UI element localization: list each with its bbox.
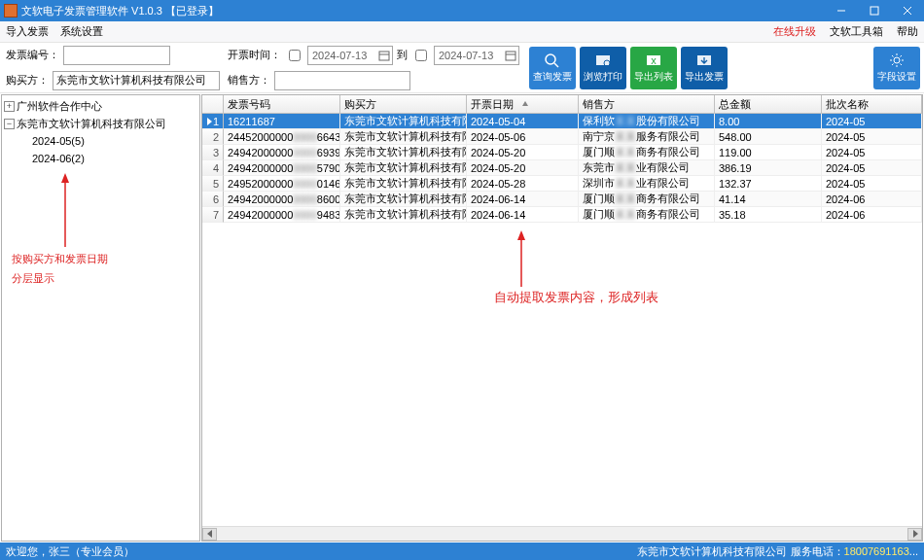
tree-label: 广州软件合作中心 (17, 99, 102, 114)
svg-rect-4 (379, 52, 389, 60)
tree-node-child2[interactable]: 2024-06(2) (4, 150, 197, 167)
date-label: 开票时间： (228, 48, 281, 62)
tree-panel: + 广州软件合作中心 − 东莞市文软计算机科技有限公司 2024-05(5) 2… (1, 94, 200, 542)
close-button[interactable] (891, 0, 924, 21)
tree-node-root1[interactable]: + 广州软件合作中心 (4, 97, 197, 115)
expand-icon[interactable]: + (4, 101, 15, 112)
table-row[interactable]: 724942000000000094834东莞市文软计算机科技有限公司2024-… (202, 207, 922, 223)
maximize-button[interactable] (858, 0, 891, 21)
collapse-icon[interactable]: − (4, 119, 15, 129)
col-seller[interactable]: 销售方 (579, 95, 715, 113)
menu-toolbox[interactable]: 文软工具箱 (830, 24, 883, 39)
tree-label: 2024-06(2) (32, 153, 85, 164)
minimize-button[interactable] (825, 0, 858, 21)
annotation-arrow-icon (512, 230, 531, 289)
grid-body[interactable]: 116211687东莞市文软计算机科技有限公司2024-05-04保利软某某股份… (202, 114, 922, 526)
table-row[interactable]: 424942000000000057905东莞市文软计算机科技有限公司2024-… (202, 160, 922, 176)
svg-line-21 (901, 64, 903, 66)
tree-label: 2024-05(5) (32, 135, 85, 147)
date-to-checkbox[interactable] (415, 50, 427, 61)
svg-line-9 (554, 63, 558, 67)
phone-text: 18007691163 (844, 545, 909, 557)
invoice-no-input[interactable] (63, 46, 170, 65)
svg-rect-6 (506, 52, 515, 60)
body: + 广州软件合作中心 − 东莞市文软计算机科技有限公司 2024-05(5) 2… (0, 93, 924, 542)
date-from-field[interactable] (307, 46, 393, 65)
invoice-no-label: 发票编号： (6, 48, 59, 62)
svg-point-15 (894, 57, 900, 63)
date-to-label: 到 (397, 48, 408, 62)
col-invoice-no[interactable]: 发票号码 (224, 95, 340, 113)
menu-bar: 导入发票 系统设置 在线升级 文软工具箱 帮助 (0, 21, 924, 43)
menu-settings[interactable]: 系统设置 (60, 24, 103, 39)
svg-line-23 (892, 64, 894, 66)
calendar-icon (505, 50, 516, 61)
phone-ext: ... (909, 545, 918, 557)
svg-marker-25 (61, 173, 69, 183)
excel-icon: x (645, 52, 662, 68)
svg-line-22 (901, 55, 903, 57)
search-button[interactable]: 查询发票 (529, 47, 576, 89)
col-date[interactable]: 开票日期 (467, 95, 579, 113)
date-from-input[interactable] (310, 48, 376, 63)
scroll-right-button[interactable] (907, 528, 922, 541)
menu-upgrade[interactable]: 在线升级 (773, 24, 816, 39)
menu-import[interactable]: 导入发票 (6, 24, 49, 39)
buyer-label[interactable]: 购买方： (6, 73, 49, 88)
tree-node-child1[interactable]: 2024-05(5) (4, 132, 197, 150)
row-number-header[interactable] (202, 95, 224, 113)
table-row[interactable]: 524952000000000001467东莞市文软计算机科技有限公司2024-… (202, 176, 922, 192)
tree-node-root2[interactable]: − 东莞市文软计算机科技有限公司 (4, 115, 197, 132)
window-title: 文软电子发票管理软件 V1.0.3 【已登录】 (21, 4, 219, 18)
col-batch[interactable]: 批次名称 (822, 95, 922, 113)
search-icon (544, 52, 561, 68)
tree-label: 东莞市文软计算机科技有限公司 (17, 117, 166, 131)
date-to-field[interactable] (434, 46, 519, 65)
sort-asc-icon (521, 100, 529, 108)
date-from-checkbox[interactable] (289, 50, 301, 61)
tree-annotation: 按购买方和发票日期 分层显示 (12, 249, 108, 287)
company-text: 东莞市文软计算机科技有限公司 服务电话： (637, 544, 843, 559)
field-settings-button[interactable]: 字段设置 (873, 47, 920, 89)
scroll-left-button[interactable] (202, 528, 217, 541)
grid-header: 发票号码 购买方 开票日期 销售方 总金额 批次名称 (202, 95, 922, 114)
table-row[interactable]: 324942000000000069398东莞市文软计算机科技有限公司2024-… (202, 145, 922, 160)
table-row[interactable]: 116211687东莞市文软计算机科技有限公司2024-05-04保利软某某股份… (202, 114, 922, 129)
horizontal-scrollbar[interactable] (202, 526, 922, 541)
welcome-text: 欢迎您，张三（专业会员） (6, 544, 134, 559)
preview-icon (594, 52, 612, 68)
app-icon (4, 4, 18, 18)
svg-marker-30 (913, 530, 918, 538)
svg-text:x: x (651, 54, 657, 66)
col-amount[interactable]: 总金额 (715, 95, 822, 113)
title-bar: 文软电子发票管理软件 V1.0.3 【已登录】 (0, 0, 924, 21)
svg-marker-29 (207, 530, 212, 538)
menu-help[interactable]: 帮助 (897, 24, 918, 39)
grid-annotation: 自动提取发票内容，形成列表 (494, 289, 658, 306)
svg-marker-28 (517, 230, 525, 240)
buyer-input[interactable] (53, 71, 220, 90)
toolbar: 发票编号： 购买方： 开票时间： 到 销售方： (0, 43, 924, 93)
calendar-icon (378, 50, 390, 61)
status-bar: 欢迎您，张三（专业会员） 东莞市文软计算机科技有限公司 服务电话： 180076… (0, 542, 924, 560)
svg-line-20 (892, 55, 894, 57)
export-icon (695, 52, 713, 68)
preview-print-button[interactable]: 浏览打印 (580, 47, 626, 89)
gear-icon (888, 52, 906, 68)
grid-panel: 发票号码 购买方 开票日期 销售方 总金额 批次名称 116211687东莞市文… (201, 94, 923, 542)
svg-marker-26 (522, 101, 528, 106)
svg-point-8 (546, 54, 555, 64)
svg-rect-1 (871, 7, 878, 15)
annotation-arrow-icon (51, 173, 80, 249)
export-invoice-button[interactable]: 导出发票 (681, 47, 728, 89)
col-buyer[interactable]: 购买方 (340, 95, 467, 113)
export-list-button[interactable]: x 导出列表 (630, 47, 677, 89)
seller-label[interactable]: 销售方： (228, 73, 270, 88)
table-row[interactable]: 224452000000000066437东莞市文软计算机科技有限公司2024-… (202, 129, 922, 145)
date-to-input[interactable] (437, 48, 503, 63)
seller-input[interactable] (274, 71, 410, 90)
table-row[interactable]: 624942000000000086001东莞市文软计算机科技有限公司2024-… (202, 192, 922, 207)
